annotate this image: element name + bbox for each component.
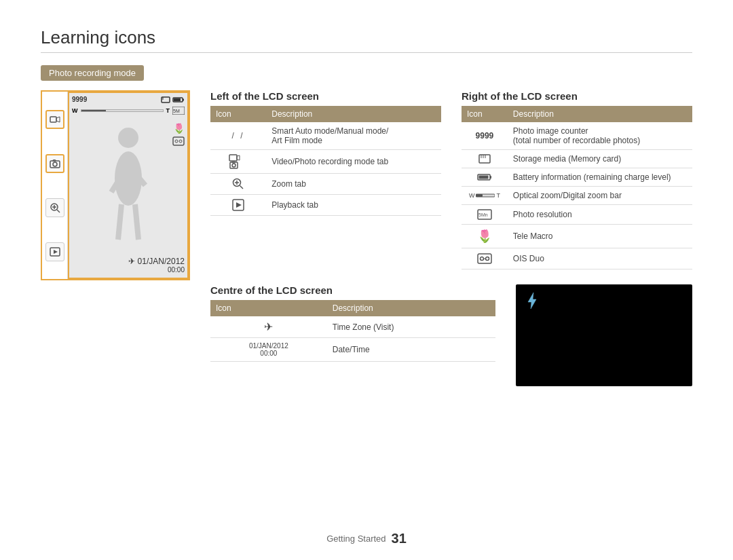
playback-icon-cell xyxy=(210,195,266,216)
timezone-desc: Time Zone (Visit) xyxy=(327,316,495,338)
person-silhouette xyxy=(98,124,159,246)
main-content: 9999 W xyxy=(41,90,692,386)
video-icon xyxy=(50,114,60,125)
photo-mode-btn[interactable] xyxy=(45,154,64,173)
table-row: 01/JAN/201200:00 Date/Time xyxy=(210,338,495,362)
tele-macro-icon-cell: 🌷 xyxy=(462,225,508,248)
datetime-icon-cell: 01/JAN/201200:00 xyxy=(210,338,327,362)
tele-macro-desc: Tele Macro xyxy=(508,225,692,248)
tele-macro-icon: 🌷 xyxy=(477,229,492,243)
centre-table-icon-header: Icon xyxy=(210,300,327,316)
battery-icon-small xyxy=(172,96,185,103)
centre-table-desc-header: Description xyxy=(327,300,495,316)
centre-table-block: Centre of the LCD screen Icon Descriptio… xyxy=(210,284,495,386)
photo-resolution-desc: Photo resolution xyxy=(508,205,692,225)
slash-icon: / / xyxy=(232,131,245,141)
svg-marker-10 xyxy=(54,250,58,254)
table-row: / / Smart Auto mode/Manual mode/Art Film… xyxy=(210,122,441,150)
video-photo-desc: Video/Photo recording mode tab xyxy=(266,150,441,174)
left-icon-bar xyxy=(42,92,68,279)
table-row: 9999 Photo image counter(total number of… xyxy=(462,122,692,150)
left-table-block: Left of the LCD screen Icon Description xyxy=(210,90,441,269)
left-table-icon-header: Icon xyxy=(210,106,266,122)
ois-icon-lg xyxy=(477,253,492,265)
svg-rect-20 xyxy=(183,98,184,100)
resolution-icon: 5Mn xyxy=(477,209,492,220)
centre-table-title: Centre of the LCD screen xyxy=(210,284,495,296)
video-photo-icon-cell xyxy=(210,150,266,174)
centre-table: Icon Description ✈ Time Zone (Visit) xyxy=(210,300,495,362)
counter-icon-cell: 9999 xyxy=(462,122,508,150)
right-table-title: Right of the LCD screen xyxy=(462,90,692,102)
counter-display: 9999 xyxy=(72,96,87,103)
table-row: 5Mn Photo resolution xyxy=(462,205,692,225)
svg-rect-0 xyxy=(50,117,56,122)
zoom-search-icon xyxy=(232,178,244,190)
ois-icon-small xyxy=(172,136,185,146)
right-table: Icon Description 9999 Photo image counte… xyxy=(462,106,692,269)
zoom-bar-desc: Optical zoom/Digital zoom bar xyxy=(508,187,692,205)
ois-small xyxy=(172,136,185,147)
svg-line-15 xyxy=(118,204,121,240)
ois-icon-cell xyxy=(462,248,508,269)
svg-rect-44 xyxy=(478,176,488,179)
zoom-icon-cell xyxy=(210,174,266,195)
timezone-icon: ✈ xyxy=(216,320,322,333)
zoom-mode-btn[interactable] xyxy=(45,198,64,217)
page-container: Learning icons Photo recording mode xyxy=(0,0,733,407)
svg-line-33 xyxy=(240,186,244,189)
svg-point-30 xyxy=(232,164,236,167)
zoom-bar-icon-cell: W T xyxy=(462,187,508,205)
zoom-bar-bg xyxy=(81,109,164,112)
photo-res-icon: 5M xyxy=(172,107,185,115)
ois-icon xyxy=(467,253,502,265)
zoom-bar-visual xyxy=(476,193,495,198)
svg-point-25 xyxy=(175,140,178,143)
playback-sq-icon xyxy=(232,199,244,211)
svg-point-11 xyxy=(118,128,138,148)
playback-mode-btn[interactable] xyxy=(45,242,64,261)
svg-point-51 xyxy=(485,257,489,261)
svg-marker-37 xyxy=(236,202,242,208)
svg-point-50 xyxy=(480,257,483,261)
svg-rect-46 xyxy=(476,194,483,197)
playback-icon xyxy=(50,246,60,257)
memory-card-icon-small xyxy=(161,96,170,103)
svg-point-26 xyxy=(179,140,182,143)
svg-marker-53 xyxy=(528,293,536,309)
slash-desc: Smart Auto mode/Manual mode/Art Film mod… xyxy=(266,122,441,150)
lcd-preview: 9999 W xyxy=(41,90,190,280)
top-bar: 9999 xyxy=(72,96,185,103)
title-divider xyxy=(41,52,692,53)
svg-rect-38 xyxy=(479,155,490,163)
zoom-icon xyxy=(50,202,60,213)
counter-value: 9999 xyxy=(476,131,494,141)
battery-icon xyxy=(467,173,502,181)
battery-icon-cell xyxy=(462,168,508,187)
main-view xyxy=(68,92,189,279)
right-table-block: Right of the LCD screen Icon Description xyxy=(462,90,692,269)
time-display: 00:00 xyxy=(128,266,185,274)
svg-rect-24 xyxy=(173,137,184,145)
zoom-tab-icon xyxy=(216,178,261,190)
right-table-icon-header: Icon xyxy=(462,106,508,122)
zoom-t-label: T xyxy=(166,107,170,114)
table-row: W T Optical zoom/Digital zoom bar xyxy=(462,187,692,205)
ois-desc: OIS Duo xyxy=(508,248,692,269)
table-row: Battery information (remaining charge le… xyxy=(462,168,692,187)
memory-card-icon xyxy=(467,154,502,164)
table-row: ✈ Time Zone (Visit) xyxy=(210,316,495,338)
timezone-icon-preview: ✈ 01/JAN/2012 xyxy=(128,257,185,266)
playback-desc: Playback tab xyxy=(266,195,441,216)
video-photo-tab-icon xyxy=(229,154,248,169)
svg-point-3 xyxy=(53,162,57,166)
table-row: Video/Photo recording mode tab xyxy=(210,150,441,174)
svg-rect-27 xyxy=(229,155,237,161)
video-mode-btn[interactable] xyxy=(45,110,64,129)
table-row: 🌷 Tele Macro xyxy=(462,225,692,248)
svg-text:5M: 5M xyxy=(173,109,180,113)
page-title: Learning icons xyxy=(41,27,692,48)
photo-res-icon-cell: 5Mn xyxy=(462,205,508,225)
footer: Getting Started 31 xyxy=(0,531,733,546)
table-row: Zoom tab xyxy=(210,174,441,195)
